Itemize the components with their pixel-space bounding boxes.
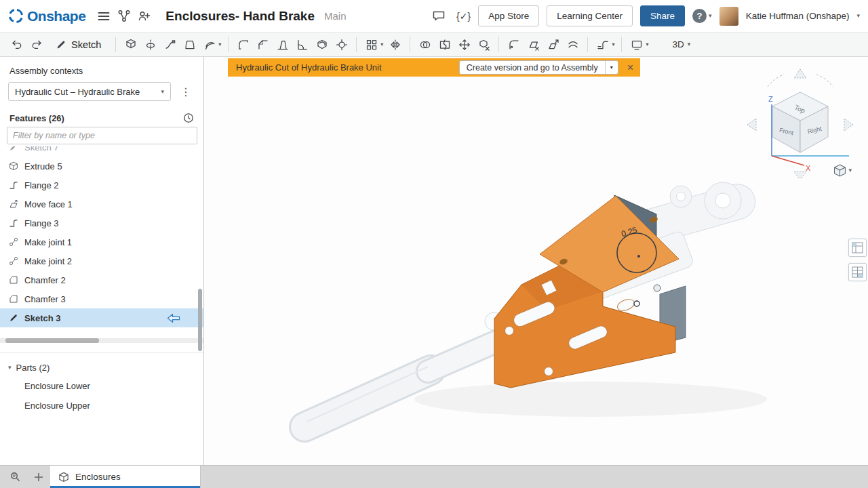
config-panel-toggle[interactable]	[848, 263, 867, 281]
learning-center-button[interactable]: Learning Center	[547, 5, 633, 26]
view-cube-arrow-down[interactable]	[794, 171, 806, 179]
user-menu-chevron-icon[interactable]: ▾	[856, 13, 860, 19]
split-icon[interactable]	[435, 35, 454, 54]
history-clock-icon[interactable]	[183, 113, 194, 123]
shell-icon[interactable]	[312, 35, 332, 54]
delete-part-icon[interactable]	[474, 35, 494, 54]
graphics-area[interactable]: Hydraulic Cut of Hydraulic Brake Unit Cr…	[204, 57, 868, 465]
display-mode-button[interactable]: ▾	[833, 164, 852, 177]
sketch-button[interactable]: Sketch	[47, 35, 109, 55]
sweep-icon[interactable]	[160, 35, 180, 54]
bom-panel-toggle[interactable]	[848, 239, 867, 257]
extrude-icon[interactable]	[121, 35, 140, 54]
boolean-icon[interactable]	[415, 35, 435, 54]
app-header: Onshape Enclosures- Hand Brake Main {✓} …	[0, 0, 868, 33]
main-menu-icon[interactable]	[94, 6, 114, 26]
onshape-logo-icon	[8, 8, 24, 24]
offset-surface-icon[interactable]	[563, 35, 583, 54]
hscrollbar-thumb[interactable]	[5, 338, 99, 343]
revolve-icon[interactable]	[140, 35, 160, 54]
undo-icon[interactable]	[7, 35, 26, 54]
user-name[interactable]: Katie Huffman (Onshape)	[746, 11, 850, 21]
feature-list: Sketch 7 Extrude 5 Flange 2 Move face 1 …	[0, 146, 203, 336]
banner-message: Hydraulic Cut of Hydraulic Brake Unit	[236, 62, 382, 73]
sketch-button-label: Sketch	[71, 39, 101, 50]
fillet-icon[interactable]	[233, 35, 253, 54]
feature-row[interactable]: Flange 3	[0, 214, 203, 232]
chevron-down-icon: ▾	[8, 365, 12, 371]
delete-face-icon[interactable]	[524, 35, 543, 54]
flange-icon	[9, 180, 18, 190]
sketch-icon	[56, 39, 66, 50]
banner-close-icon[interactable]: ×	[627, 62, 633, 73]
view-mode-toggle[interactable]: 3D ▾	[672, 39, 690, 49]
thicken-icon[interactable]	[199, 35, 219, 54]
toolbar-separator	[410, 37, 410, 52]
feature-filter-input[interactable]	[7, 127, 197, 144]
parts-section-header[interactable]: ▾ Parts (2)	[0, 359, 203, 376]
loft-icon[interactable]	[180, 35, 199, 54]
view-cube-arrow-left[interactable]	[747, 119, 756, 131]
linear-pattern-icon[interactable]	[361, 35, 381, 54]
move-face-icon[interactable]	[543, 35, 563, 54]
feature-row[interactable]: Sketch 7	[0, 146, 203, 157]
onshape-logo[interactable]: Onshape	[8, 8, 85, 24]
named-views-dropdown-chevron-icon[interactable]: ▾	[646, 41, 648, 47]
assembly-context-banner: Hydraulic Cut of Hydraulic Brake Unit Cr…	[228, 58, 640, 77]
sketch-dimension: 0.25	[620, 225, 639, 239]
modify-fillet-icon[interactable]	[504, 35, 524, 54]
toolbar-separator	[498, 37, 499, 52]
flange-icon	[9, 218, 18, 228]
view-cube-arrow-right[interactable]	[844, 119, 853, 131]
redo-icon[interactable]	[26, 35, 46, 54]
add-user-icon[interactable]	[134, 6, 155, 26]
create-version-button[interactable]: Create version and go to Assembly ▾	[459, 60, 618, 75]
feature-row-selected[interactable]: Sketch 3	[0, 308, 203, 327]
feature-row[interactable]: Make joint 2	[0, 251, 203, 270]
feature-label: Flange 3	[24, 218, 59, 228]
hole-icon[interactable]	[332, 35, 351, 54]
transform-icon[interactable]	[454, 35, 474, 54]
help-menu[interactable]: ? ▾	[692, 9, 712, 23]
feature-row[interactable]: Move face 1	[0, 195, 203, 214]
chamfer-icon[interactable]	[253, 35, 273, 54]
assembly-context-select[interactable]: Hydraulic Cut – Hydraulic Brake ▾	[8, 82, 171, 101]
sheet-metal-dropdown-chevron-icon[interactable]: ▾	[612, 41, 614, 47]
create-version-chevron-icon[interactable]: ▾	[605, 61, 618, 74]
featurescript-icon[interactable]: {✓}	[456, 11, 471, 22]
toolbar-separator	[587, 37, 588, 52]
view-cube-arrow-up[interactable]	[794, 69, 806, 78]
workspace-label[interactable]: Main	[324, 10, 347, 22]
part-row[interactable]: Enclosure Lower	[0, 376, 203, 396]
vscrollbar-thumb[interactable]	[198, 289, 202, 351]
thicken-dropdown-chevron-icon[interactable]: ▾	[218, 41, 221, 47]
feature-row[interactable]: Extrude 5	[0, 157, 203, 176]
feature-tree-panel: Assembly contexts Hydraulic Cut – Hydrau…	[0, 57, 204, 465]
feature-row[interactable]: Chamfer 3	[0, 289, 203, 308]
joint-icon	[9, 237, 18, 247]
user-avatar[interactable]	[719, 7, 738, 26]
search-tabs-icon[interactable]	[4, 466, 27, 488]
new-tab-button[interactable]	[27, 466, 50, 488]
app-store-button[interactable]: App Store	[478, 5, 539, 26]
context-overflow-menu-icon[interactable]: ⋮	[175, 85, 197, 98]
mirror-icon[interactable]	[385, 35, 405, 54]
rib-icon[interactable]	[292, 35, 312, 54]
feature-row[interactable]: Make joint 1	[0, 232, 203, 251]
named-views-icon[interactable]	[627, 35, 646, 54]
part-row[interactable]: Enclosure Upper	[0, 396, 203, 415]
feature-row[interactable]: Chamfer 2	[0, 270, 203, 289]
view-cube[interactable]: Top Front Right Z X	[743, 64, 858, 179]
share-button[interactable]: Share	[640, 5, 685, 26]
feature-label: Move face 1	[24, 199, 73, 209]
feature-label: Sketch 7	[24, 146, 59, 152]
comments-icon[interactable]	[429, 6, 449, 26]
pattern-dropdown-chevron-icon[interactable]: ▾	[380, 41, 383, 47]
version-graph-icon[interactable]	[114, 6, 134, 26]
tab-enclosures[interactable]: Enclosures	[50, 466, 201, 488]
draft-icon[interactable]	[273, 35, 292, 54]
display-mode-chevron-icon: ▾	[848, 167, 852, 174]
feature-row[interactable]: Flange 2	[0, 176, 203, 195]
rollback-bar-arrow-icon[interactable]	[167, 314, 180, 323]
sheet-metal-icon[interactable]	[593, 35, 612, 54]
